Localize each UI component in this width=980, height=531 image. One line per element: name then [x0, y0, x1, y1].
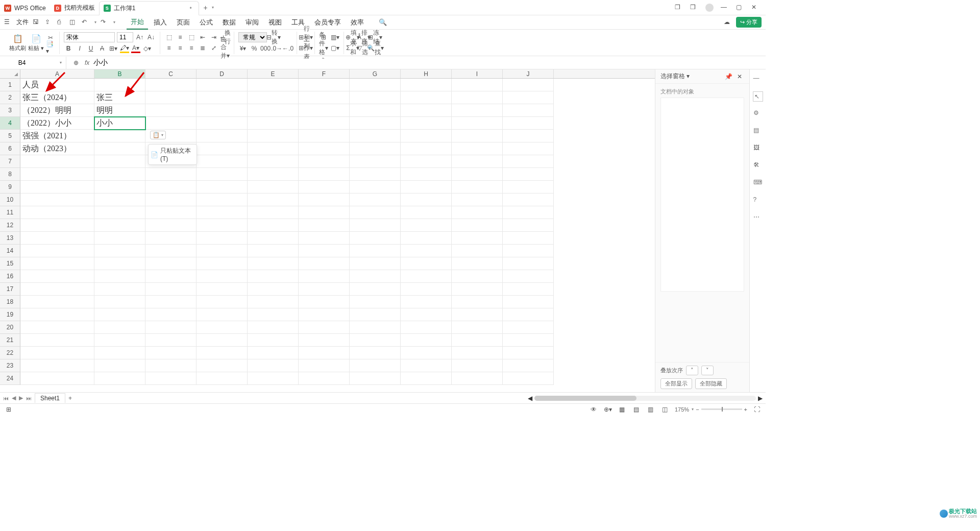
cell[interactable]	[401, 142, 452, 155]
cell[interactable]	[145, 194, 197, 206]
cell[interactable]	[401, 283, 452, 296]
cell[interactable]	[452, 104, 503, 117]
cell[interactable]	[248, 155, 299, 168]
cell[interactable]	[452, 91, 503, 104]
cell[interactable]	[452, 257, 503, 270]
percent-icon[interactable]: %	[250, 44, 259, 53]
cell[interactable]	[20, 245, 94, 257]
cell[interactable]	[145, 321, 197, 334]
cell[interactable]	[94, 270, 145, 283]
cell[interactable]	[452, 168, 503, 181]
cell[interactable]: （2022）明明	[20, 104, 94, 117]
cell[interactable]	[299, 372, 350, 385]
cell[interactable]	[452, 142, 503, 155]
redo-dropdown[interactable]: ▾	[113, 20, 115, 25]
cell[interactable]	[452, 117, 503, 130]
merge-button[interactable]: ⊞ 合并▾	[220, 43, 230, 53]
cell[interactable]	[350, 181, 401, 194]
cell[interactable]	[94, 219, 145, 232]
cell[interactable]	[452, 308, 503, 321]
row-header[interactable]: 12	[0, 219, 20, 232]
cell[interactable]	[401, 321, 452, 334]
print-icon[interactable]: ⎙	[57, 18, 65, 27]
cell[interactable]	[350, 79, 401, 91]
indent-dec-icon[interactable]: ⇤	[198, 33, 207, 42]
cell[interactable]	[197, 283, 248, 296]
row-header[interactable]: 23	[0, 359, 20, 372]
preview-icon[interactable]: ◫	[69, 18, 78, 27]
cell[interactable]	[401, 206, 452, 219]
cell[interactable]	[94, 347, 145, 359]
cell[interactable]	[350, 206, 401, 219]
tab-start[interactable]: 开始	[127, 15, 148, 30]
cell[interactable]	[94, 283, 145, 296]
cell[interactable]	[20, 219, 94, 232]
strike-button[interactable]: A	[97, 44, 107, 53]
add-tab-button[interactable]: +	[199, 4, 211, 12]
cell[interactable]	[197, 219, 248, 232]
cell[interactable]	[350, 155, 401, 168]
cell[interactable]	[503, 245, 554, 257]
cell[interactable]	[248, 194, 299, 206]
cell[interactable]	[94, 168, 145, 181]
cell[interactable]	[197, 194, 248, 206]
cell[interactable]: 强强（2021）	[20, 130, 94, 142]
cell[interactable]	[20, 257, 94, 270]
row-header[interactable]: 14	[0, 245, 20, 257]
cell[interactable]	[299, 206, 350, 219]
cell[interactable]: 小小	[94, 117, 145, 130]
search-icon[interactable]: 🔍	[379, 18, 387, 26]
cell[interactable]	[401, 359, 452, 372]
select-all-corner[interactable]: ◢	[0, 69, 20, 78]
cell[interactable]	[503, 219, 554, 232]
cell[interactable]	[299, 79, 350, 91]
cell[interactable]	[94, 130, 145, 142]
cell[interactable]	[197, 296, 248, 308]
row-header[interactable]: 17	[0, 283, 20, 296]
settings-slider-icon[interactable]: ⚙	[753, 109, 763, 118]
cell[interactable]	[299, 142, 350, 155]
cell[interactable]	[248, 206, 299, 219]
font-name-input[interactable]	[64, 32, 115, 42]
cell[interactable]	[452, 130, 503, 142]
cell[interactable]	[350, 168, 401, 181]
worksheet-button[interactable]: ⊞ 工作表▾	[301, 43, 310, 53]
close-pane-icon[interactable]: ✕	[735, 72, 744, 81]
cell[interactable]	[197, 91, 248, 104]
tab-efficiency[interactable]: 效率	[347, 16, 368, 29]
cell[interactable]	[401, 219, 452, 232]
cell[interactable]	[503, 270, 554, 283]
cell[interactable]	[248, 168, 299, 181]
format-painter-button[interactable]: 📋格式刷	[9, 34, 26, 52]
cell[interactable]	[248, 232, 299, 245]
cell[interactable]	[94, 155, 145, 168]
cell[interactable]	[197, 142, 248, 155]
cell[interactable]: （2022）小小	[20, 117, 94, 130]
convert-button[interactable]: ⊟ 转换▾	[269, 33, 278, 42]
cond-format-button[interactable]: 条件格式▾	[319, 43, 328, 53]
cell[interactable]	[401, 257, 452, 270]
name-box[interactable]: ▾	[0, 57, 66, 69]
show-all-button[interactable]: 全部显示	[660, 378, 692, 389]
cell[interactable]	[401, 347, 452, 359]
layers-icon[interactable]: ▤	[753, 127, 763, 136]
cell[interactable]	[452, 321, 503, 334]
cell[interactable]	[94, 245, 145, 257]
cell[interactable]	[401, 372, 452, 385]
cell[interactable]	[145, 257, 197, 270]
number-format-select[interactable]: 常规	[238, 32, 267, 42]
zoom-control[interactable]: 175%▾ −+	[675, 406, 747, 413]
cell[interactable]	[248, 142, 299, 155]
col-header-C[interactable]: C	[145, 69, 197, 78]
cell[interactable]	[452, 219, 503, 232]
cell[interactable]	[197, 79, 248, 91]
cell[interactable]	[145, 79, 197, 91]
row-header[interactable]: 1	[0, 79, 20, 91]
cell[interactable]	[248, 347, 299, 359]
cell[interactable]	[452, 79, 503, 91]
row-header[interactable]: 11	[0, 206, 20, 219]
styles-icon[interactable]: ▥▾	[330, 33, 339, 42]
scroll-thumb[interactable]	[534, 396, 636, 401]
select-arrow-icon[interactable]: ↖	[753, 92, 763, 101]
stat-icon[interactable]: ⊞	[4, 405, 13, 414]
